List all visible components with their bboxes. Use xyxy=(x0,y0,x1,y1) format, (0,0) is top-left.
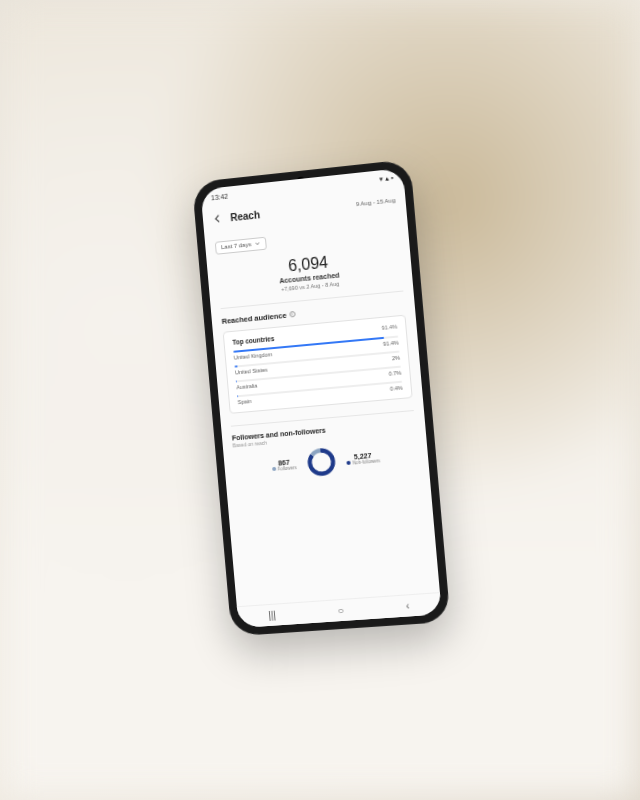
timeframe-selector[interactable]: Last 7 days xyxy=(215,236,267,254)
legend-dot-followers xyxy=(272,467,276,471)
country-name: United Kingdom xyxy=(233,351,272,360)
country-pct: 0.7% xyxy=(388,369,401,376)
screen: 13:42 ▾ ▴ ▪ Reach 9 Aug - 15 Aug Last 7 … xyxy=(200,168,441,628)
timeframe-label: Last 7 days xyxy=(221,241,252,250)
info-icon[interactable]: i xyxy=(289,311,295,318)
date-range: 9 Aug - 15 Aug xyxy=(356,197,396,207)
phone-frame: 13:42 ▾ ▴ ▪ Reach 9 Aug - 15 Aug Last 7 … xyxy=(192,159,451,636)
card-title: Top countries xyxy=(232,335,274,346)
status-time: 13:42 xyxy=(211,192,229,201)
nav-home[interactable]: ○ xyxy=(337,605,344,616)
back-icon[interactable] xyxy=(212,209,223,228)
followers-section: Followers and non-followers Based on rea… xyxy=(231,410,419,484)
main-content: 6,094 Accounts reached +7,690 vs 2 Aug -… xyxy=(207,241,440,606)
country-name: Spain xyxy=(237,398,251,405)
nav-back[interactable]: ‹ xyxy=(406,600,410,611)
country-name: United States xyxy=(235,366,268,375)
bar-fill xyxy=(237,395,238,397)
chevron-down-icon xyxy=(254,240,261,248)
bar-fill xyxy=(236,380,237,382)
page-title: Reach xyxy=(230,209,260,223)
section-title-text: Reached audience xyxy=(221,310,287,325)
top-countries-card[interactable]: Top countries 91.4% United Kingdom91.4%U… xyxy=(223,314,413,413)
card-top-pct: 91.4% xyxy=(381,323,397,331)
legend-dot-nonfollowers xyxy=(346,461,350,465)
status-icons: ▾ ▴ ▪ xyxy=(379,174,394,184)
bar-fill xyxy=(234,365,237,367)
nonfollowers-stat: 5,227 Non-followers xyxy=(346,451,381,466)
nav-recent[interactable]: ||| xyxy=(268,610,277,621)
country-name: Australia xyxy=(236,382,258,390)
reached-audience-section: Reached audience i Top countries 91.4% U… xyxy=(221,290,413,417)
country-pct: 91.4% xyxy=(383,339,399,346)
country-pct: 2% xyxy=(392,354,401,361)
followers-label: Followers xyxy=(272,465,297,472)
donut-chart xyxy=(305,445,337,477)
country-pct: 0.4% xyxy=(390,384,403,391)
followers-stat: 867 Followers xyxy=(271,458,297,472)
